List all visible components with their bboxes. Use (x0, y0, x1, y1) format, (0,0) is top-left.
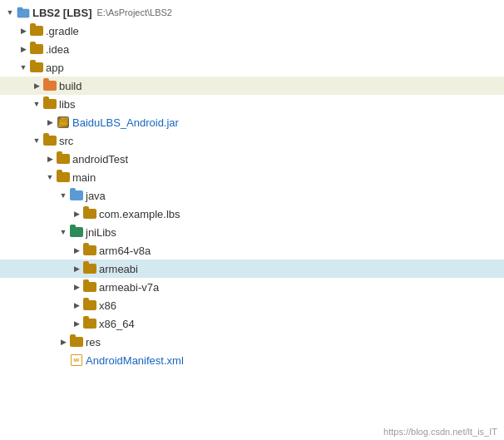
tree-row-baidulbs[interactable]: BaiduLBS_Android.jar (0, 113, 504, 131)
tree-row-build[interactable]: build (0, 77, 504, 95)
src-label: src (59, 135, 73, 147)
res-label: res (86, 336, 101, 349)
androidtest-label: androidTest (72, 153, 128, 166)
tree-row-main[interactable]: main (0, 168, 504, 186)
tree-row-java[interactable]: java (0, 186, 504, 205)
arrow-src[interactable] (30, 134, 43, 147)
watermark: https://blog.csdn.net/lt_is_IT (383, 427, 497, 437)
mf-icon: MF (70, 353, 83, 367)
jar-icon (57, 116, 70, 129)
tree-row-com-example-lbs[interactable]: com.example.lbs (0, 205, 504, 223)
armeabi-v7a-label: armeabi-v7a (99, 281, 159, 294)
tree-row-x86-64[interactable]: x86_64 (0, 314, 504, 333)
arrow-com-example-lbs[interactable] (70, 207, 83, 220)
svg-rect-1 (17, 7, 22, 10)
build-label: build (59, 80, 82, 92)
folder-idea-icon (30, 42, 43, 56)
main-label: main (72, 171, 96, 184)
tree-row-armeabi[interactable]: armeabi (0, 260, 504, 278)
tree-row-res[interactable]: res (0, 333, 504, 351)
arrow-idea[interactable] (17, 42, 30, 56)
androidmanifest-label: AndroidManifest.xml (86, 354, 184, 367)
tree-row-arm64-v8a[interactable]: arm64-v8a (0, 241, 504, 260)
x86-label: x86 (99, 299, 116, 312)
com-example-lbs-label: com.example.lbs (99, 208, 180, 220)
idea-label: .idea (46, 43, 69, 56)
arrow-gradle[interactable] (17, 24, 30, 37)
arrow-libs[interactable] (30, 97, 43, 111)
folder-armeabi-v7a-icon (83, 280, 96, 294)
root-path: E:\AsProject\LBS2 (97, 7, 173, 17)
arrow-build[interactable] (30, 79, 43, 92)
java-label: java (86, 190, 106, 202)
tree-row-androidtest[interactable]: androidTest (0, 150, 504, 168)
arrow-x86[interactable] (70, 299, 83, 312)
tree-row-src[interactable]: src (0, 131, 504, 150)
folder-x86-64-icon (83, 317, 96, 330)
arm64-v8a-label: arm64-v8a (99, 245, 151, 257)
tree-row-root[interactable]: LBS2 [LBS] E:\AsProject\LBS2 (0, 3, 504, 22)
folder-src-icon (43, 134, 57, 147)
folder-com-example-lbs-icon (83, 207, 96, 220)
folder-arm64-v8a-icon (83, 244, 96, 257)
tree-row-androidmanifest[interactable]: MF AndroidManifest.xml (0, 351, 504, 369)
armeabi-label: armeabi (99, 263, 138, 275)
gradle-label: .gradle (46, 25, 79, 37)
tree-row-app[interactable]: app (0, 58, 504, 77)
svg-rect-0 (17, 9, 29, 17)
arrow-root[interactable] (3, 6, 17, 19)
arrow-app[interactable] (17, 61, 30, 74)
arrow-jnilibs[interactable] (57, 225, 70, 239)
tree-row-x86[interactable]: x86 (0, 296, 504, 314)
folder-libs-icon (43, 97, 57, 111)
tree-row-armeabi-v7a[interactable]: armeabi-v7a (0, 278, 504, 296)
project-icon (17, 6, 30, 19)
baidulbs-label: BaiduLBS_Android.jar (72, 116, 179, 129)
arrow-armeabi-v7a[interactable] (70, 280, 83, 294)
root-label: LBS2 [LBS] (32, 7, 92, 19)
folder-jnilibs-icon (70, 225, 83, 239)
tree-row-libs[interactable]: libs (0, 95, 504, 113)
x86-64-label: x86_64 (99, 318, 135, 330)
file-tree[interactable]: LBS2 [LBS] E:\AsProject\LBS2 .gradle .id… (0, 0, 504, 440)
arrow-x86-64[interactable] (70, 317, 83, 330)
svg-rect-3 (61, 117, 66, 120)
app-label: app (46, 62, 64, 74)
libs-label: libs (59, 98, 76, 111)
arrow-armeabi[interactable] (70, 262, 83, 275)
arrow-res[interactable] (57, 335, 70, 349)
folder-x86-icon (83, 299, 96, 312)
folder-app-icon (30, 61, 43, 74)
tree-row-jnilibs[interactable]: jniLibs (0, 223, 504, 241)
arrow-java[interactable] (57, 189, 70, 202)
folder-main-icon (57, 171, 70, 184)
tree-row-idea[interactable]: .idea (0, 40, 504, 58)
folder-build-icon (43, 79, 57, 92)
arrow-androidtest[interactable] (43, 152, 57, 166)
tree-row-gradle[interactable]: .gradle (0, 22, 504, 40)
folder-androidtest-icon (57, 152, 70, 166)
folder-res-icon (70, 335, 83, 349)
folder-gradle-icon (30, 24, 43, 37)
jnilibs-label: jniLibs (86, 226, 116, 239)
arrow-baidulbs[interactable] (43, 116, 57, 129)
folder-java-icon (70, 189, 83, 202)
arrow-main[interactable] (43, 171, 57, 184)
arrow-androidmanifest (57, 353, 70, 367)
arrow-arm64-v8a[interactable] (70, 244, 83, 257)
folder-armeabi-icon (83, 262, 96, 275)
